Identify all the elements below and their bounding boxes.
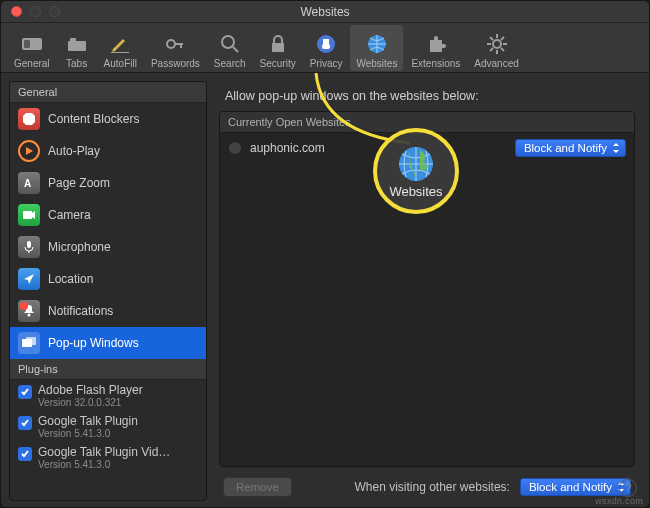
content-area: General Content Blockers Auto-Play A Pag… (1, 73, 649, 508)
svg-rect-26 (23, 211, 32, 219)
remove-button[interactable]: Remove (223, 477, 292, 497)
zoom-icon: A (18, 172, 40, 194)
websites-panel: Currently Open Websites auphonic.com Blo… (219, 111, 635, 467)
plugin-item-google-talk[interactable]: Google Talk Plugin Version 5.41.3.0 (10, 411, 206, 442)
tab-extensions[interactable]: Extensions (405, 25, 466, 71)
svg-rect-4 (111, 52, 129, 53)
help-button[interactable]: ? (619, 479, 637, 497)
footer-label: When visiting other websites: (354, 480, 509, 494)
tab-tabs[interactable]: Tabs (58, 25, 96, 71)
svg-rect-2 (68, 41, 86, 51)
svg-marker-27 (32, 211, 35, 219)
location-icon (18, 268, 40, 290)
sidebar-item-page-zoom[interactable]: A Page Zoom (10, 167, 206, 199)
play-icon (18, 140, 40, 162)
sidebar: General Content Blockers Auto-Play A Pag… (9, 81, 207, 501)
plugin-item-flash[interactable]: Adobe Flash Player Version 32.0.0.321 (10, 380, 206, 411)
main-panel: Allow pop-up windows on the websites bel… (211, 73, 649, 508)
svg-line-19 (490, 37, 493, 40)
tab-advanced[interactable]: Advanced (468, 25, 524, 71)
svg-rect-10 (272, 43, 284, 52)
tab-security[interactable]: Security (254, 25, 302, 71)
svg-marker-24 (26, 147, 33, 155)
notification-badge (20, 302, 28, 310)
pencil-icon (107, 31, 133, 57)
tab-websites[interactable]: Websites (350, 25, 403, 71)
sidebar-section-plugins: Plug-ins (10, 359, 206, 380)
svg-line-21 (490, 48, 493, 51)
svg-rect-1 (24, 40, 30, 48)
svg-point-31 (28, 314, 31, 317)
lock-icon (265, 31, 291, 57)
tab-passwords[interactable]: Passwords (145, 25, 206, 71)
site-globe-icon (228, 141, 242, 155)
stop-icon (18, 108, 40, 130)
site-name: auphonic.com (250, 141, 507, 155)
svg-point-14 (493, 40, 501, 48)
tabs-icon (64, 31, 90, 57)
svg-point-34 (229, 142, 241, 154)
svg-rect-12 (322, 44, 330, 49)
svg-rect-3 (70, 38, 76, 42)
sidebar-item-popup-windows[interactable]: Pop-up Windows (10, 327, 206, 359)
svg-line-9 (233, 47, 238, 52)
windows-icon (18, 332, 40, 354)
sidebar-item-microphone[interactable]: Microphone (10, 231, 206, 263)
sidebar-item-camera[interactable]: Camera (10, 199, 206, 231)
svg-rect-33 (26, 337, 36, 345)
svg-line-22 (501, 37, 504, 40)
titlebar: Websites (1, 1, 649, 23)
svg-marker-30 (24, 274, 34, 284)
tab-autofill[interactable]: AutoFill (98, 25, 143, 71)
puzzle-icon (423, 31, 449, 57)
camera-icon (18, 204, 40, 226)
switch-icon (19, 31, 45, 57)
svg-text:A: A (24, 178, 31, 189)
policy-select[interactable]: Block and Notify (515, 139, 626, 157)
tab-privacy[interactable]: Privacy (304, 25, 349, 71)
globe-icon (364, 31, 390, 57)
plugin-item-google-talk-video[interactable]: Google Talk Plugin Vid… Version 5.41.3.0 (10, 442, 206, 473)
watermark: wsxdn.com (595, 496, 643, 506)
microphone-icon (18, 236, 40, 258)
window-title: Websites (1, 5, 649, 19)
sidebar-item-auto-play[interactable]: Auto-Play (10, 135, 206, 167)
default-policy-select[interactable]: Block and Notify (520, 478, 631, 496)
key-icon (162, 31, 188, 57)
bell-icon (18, 300, 40, 322)
gear-icon (484, 31, 510, 57)
panel-header: Currently Open Websites (220, 112, 634, 133)
website-row[interactable]: auphonic.com Block and Notify (220, 133, 634, 163)
svg-point-8 (222, 36, 234, 48)
main-heading: Allow pop-up windows on the websites bel… (225, 89, 635, 103)
svg-line-20 (501, 48, 504, 51)
svg-rect-7 (180, 43, 182, 48)
sidebar-item-content-blockers[interactable]: Content Blockers (10, 103, 206, 135)
sidebar-item-notifications[interactable]: Notifications (10, 295, 206, 327)
tab-search[interactable]: Search (208, 25, 252, 71)
checkbox-icon[interactable] (18, 447, 32, 461)
search-icon (217, 31, 243, 57)
footer-bar: Remove When visiting other websites: Blo… (219, 467, 635, 501)
checkbox-icon[interactable] (18, 385, 32, 399)
svg-marker-23 (23, 113, 35, 125)
tab-general[interactable]: General (8, 25, 56, 71)
preferences-toolbar: General Tabs AutoFill Passwords Search (1, 23, 649, 73)
checkbox-icon[interactable] (18, 416, 32, 430)
preferences-window: Websites General Tabs AutoFill Passwords (0, 0, 650, 508)
sidebar-item-location[interactable]: Location (10, 263, 206, 295)
hand-icon (313, 31, 339, 57)
svg-point-5 (167, 40, 175, 48)
sidebar-section-general: General (10, 82, 206, 103)
svg-rect-28 (27, 241, 31, 248)
